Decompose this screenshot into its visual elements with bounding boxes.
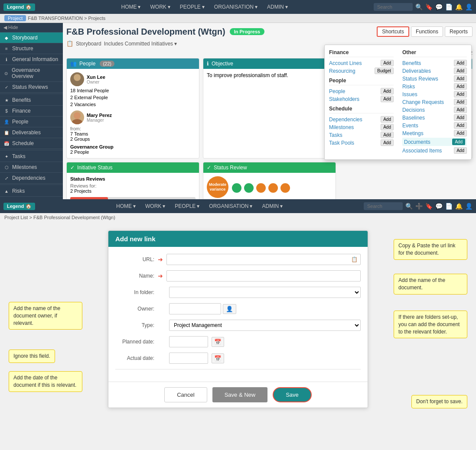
bottom-plus-icon[interactable]: ➕ [415,203,423,210]
sidebar-item-structure[interactable]: ≡ Structure [0,43,63,54]
bell-icon[interactable]: 🔔 [455,3,463,10]
change-requests-dd-link[interactable]: Change Requests [402,99,444,105]
bottom-search-icon[interactable]: 🔍 [405,203,413,210]
baselines-dd-link[interactable]: Baselines [402,115,425,121]
shortcuts-button[interactable]: Shortcuts [377,26,409,37]
decisions-dd-link[interactable]: Decisions [402,107,425,113]
deliverables-dd-add[interactable]: Add [454,68,467,74]
sidebar-hide-btn[interactable]: ◀ Hide [0,23,63,32]
bottom-nav-organisation[interactable]: ORGANISATION ▾ [205,201,257,211]
document-icon[interactable]: 📄 [445,3,453,10]
benefits-dd-add[interactable]: Add [454,60,467,66]
sidebar-item-milestones[interactable]: ⬡ Milestones [0,162,63,173]
resourcing-link[interactable]: Resourcing [329,68,355,74]
account-lines-link[interactable]: Account Lines [329,60,362,66]
owner-input[interactable] [169,303,221,314]
events-dd-add[interactable]: Add [454,122,467,129]
bottom-document-icon[interactable]: 📄 [445,203,453,210]
associated-items-dd-link[interactable]: Associated Items [402,148,442,154]
dependencies-link[interactable]: Dependencies [329,117,362,123]
dependencies-add[interactable]: Add [381,116,394,123]
sidebar-item-general-info[interactable]: ℹ General Information [0,54,63,65]
sidebar-item-tasks[interactable]: ✦ Tasks [0,151,63,162]
nav-search-input[interactable] [374,3,413,11]
bottom-nav-home[interactable]: HOME ▾ [112,201,140,211]
documents-dd-add[interactable]: Add [452,139,465,145]
owner-search-btn[interactable]: 👤 [223,304,236,314]
save-new-button[interactable]: Save & New [212,387,268,402]
bottom-bookmark-icon[interactable]: 🔖 [425,203,433,210]
bottom-nav-admin[interactable]: ADMIN ▾ [258,201,287,211]
sidebar-item-status-reviews[interactable]: ✓ Status Reviews [0,82,63,93]
milestones-link[interactable]: Milestones [329,124,354,130]
account-lines-add[interactable]: Add [381,60,394,66]
bottom-nav-people[interactable]: PEOPLE ▾ [170,201,204,211]
user-icon[interactable]: 👤 [465,3,473,10]
planned-date-input[interactable] [169,336,208,347]
people-link[interactable]: People [329,88,345,94]
people-add[interactable]: Add [381,88,394,94]
stakeholders-add[interactable]: Add [381,96,394,102]
benefits-dd-link[interactable]: Benefits [402,60,421,66]
tasks-add[interactable]: Add [381,132,394,138]
issues-dd-link[interactable]: Issues [402,91,417,97]
documents-dd-link[interactable]: Documents [404,139,430,145]
nav-organisation[interactable]: ORGANISATION ▾ [210,2,262,12]
risks-dd-link[interactable]: Risks [402,84,415,90]
tasks-link[interactable]: Tasks [329,132,342,138]
bottom-nav-work[interactable]: WORK ▾ [141,201,170,211]
save-button[interactable]: Save [273,387,312,402]
sidebar-item-risks[interactable]: ▲ Risks [0,186,63,197]
app-brand[interactable]: Legend 🏠 [3,3,35,11]
events-dd-link[interactable]: Events [402,123,418,129]
task-pools-add[interactable]: Add [381,139,394,146]
meetings-dd-link[interactable]: Meetings [402,130,424,136]
risks-dd-add[interactable]: Add [454,83,467,90]
bottom-brand[interactable]: Legend 🏠 [3,203,35,210]
change-requests-dd-add[interactable]: Add [454,99,467,105]
folder-select[interactable] [169,287,361,298]
task-pools-link[interactable]: Task Pools [329,140,354,146]
bottom-search-input[interactable] [364,202,403,210]
type-select[interactable]: Project Management [169,320,361,331]
url-input[interactable] [167,255,349,264]
resourcing-budget[interactable]: Budget [375,68,394,74]
name-input[interactable] [166,270,361,282]
sidebar-item-people[interactable]: 👤 People [0,117,63,127]
sidebar-item-finance[interactable]: $ Finance [0,106,63,117]
bookmark-icon[interactable]: 🔖 [425,3,433,10]
decisions-dd-add[interactable]: Add [454,107,467,113]
status-reviews-dd-add[interactable]: Add [454,75,467,82]
planned-date-calendar-btn[interactable]: 📅 [212,337,224,347]
chat-icon[interactable]: 💬 [435,3,443,10]
nav-admin[interactable]: ADMIN ▾ [263,2,292,12]
milestones-add[interactable]: Add [381,124,394,130]
actual-date-calendar-btn[interactable]: 📅 [212,353,224,363]
modal-divider [115,369,361,369]
associated-items-dd-add[interactable]: Add [454,147,467,154]
cancel-button[interactable]: Cancel [164,387,207,402]
sidebar-item-storyboard[interactable]: ◆ Storyboard [0,32,63,43]
status-reviews-dd-link[interactable]: Status Reviews [402,76,438,82]
nav-work[interactable]: WORK ▾ [146,2,174,12]
issues-dd-add[interactable]: Add [454,91,467,97]
bottom-bell-icon[interactable]: 🔔 [455,203,463,210]
nav-people[interactable]: PEOPLE ▾ [176,2,209,12]
bottom-user-icon[interactable]: 👤 [465,203,473,210]
sidebar-item-schedule[interactable]: 📅 Schedule [0,138,63,149]
sidebar-item-benefits[interactable]: ★ Benefits [0,95,63,106]
nav-home[interactable]: HOME ▾ [117,2,145,12]
functions-button[interactable]: Functions [411,26,443,37]
deliverables-dd-link[interactable]: Deliverables [402,68,431,74]
stakeholders-link[interactable]: Stakeholders [329,96,359,102]
actual-date-input[interactable] [169,353,208,364]
baselines-dd-add[interactable]: Add [454,114,467,121]
sidebar-item-dependencies[interactable]: ⤢ Dependencies [0,173,63,184]
meetings-dd-add[interactable]: Add [454,130,467,136]
project-tab[interactable]: Project [4,15,26,21]
search-icon[interactable]: 🔍 [415,3,423,10]
reports-button[interactable]: Reports [445,26,473,37]
sidebar-item-governance[interactable]: ⊙ Governance Overview [0,65,63,82]
bottom-chat-icon[interactable]: 💬 [435,203,443,210]
sidebar-item-deliverables[interactable]: 📋 Deliverables [0,127,63,138]
